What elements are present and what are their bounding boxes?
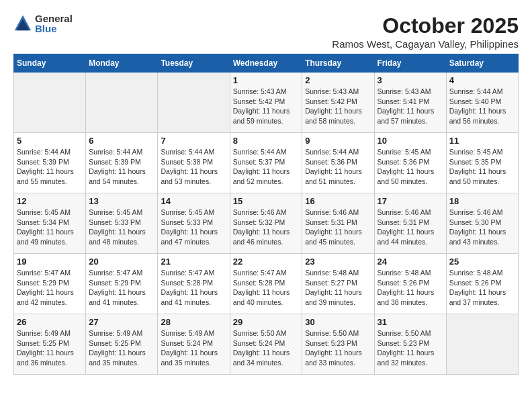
empty-cell (446, 314, 518, 375)
day-cell-18: 18Sunrise: 5:46 AM Sunset: 5:30 PM Dayli… (446, 193, 518, 254)
day-cell-8: 8Sunrise: 5:44 AM Sunset: 5:37 PM Daylig… (230, 133, 302, 193)
day-cell-4: 4Sunrise: 5:44 AM Sunset: 5:40 PM Daylig… (446, 73, 518, 133)
day-info-2: Sunrise: 5:43 AM Sunset: 5:42 PM Dayligh… (305, 87, 371, 126)
day-number-27: 27 (89, 317, 154, 327)
day-cell-25: 25Sunrise: 5:48 AM Sunset: 5:26 PM Dayli… (446, 254, 518, 314)
day-number-1: 1 (233, 75, 300, 85)
day-info-10: Sunrise: 5:45 AM Sunset: 5:36 PM Dayligh… (378, 147, 443, 187)
day-cell-17: 17Sunrise: 5:46 AM Sunset: 5:31 PM Dayli… (374, 193, 446, 254)
day-number-13: 13 (89, 196, 154, 206)
day-cell-27: 27Sunrise: 5:49 AM Sunset: 5:25 PM Dayli… (86, 314, 158, 375)
day-cell-11: 11Sunrise: 5:45 AM Sunset: 5:35 PM Dayli… (446, 133, 518, 193)
day-info-19: Sunrise: 5:47 AM Sunset: 5:29 PM Dayligh… (17, 268, 83, 308)
weekday-row: SundayMondayTuesdayWednesdayThursdayFrid… (14, 54, 519, 73)
calendar-body: 1Sunrise: 5:43 AM Sunset: 5:42 PM Daylig… (14, 73, 519, 375)
day-number-15: 15 (233, 196, 300, 206)
day-cell-23: 23Sunrise: 5:48 AM Sunset: 5:27 PM Dayli… (302, 254, 374, 314)
day-info-3: Sunrise: 5:43 AM Sunset: 5:41 PM Dayligh… (378, 87, 443, 126)
day-info-12: Sunrise: 5:45 AM Sunset: 5:34 PM Dayligh… (17, 208, 83, 247)
month-title: October 2025 (332, 13, 519, 38)
day-info-5: Sunrise: 5:44 AM Sunset: 5:39 PM Dayligh… (17, 147, 83, 187)
day-cell-2: 2Sunrise: 5:43 AM Sunset: 5:42 PM Daylig… (302, 73, 374, 133)
day-number-28: 28 (161, 317, 226, 327)
day-number-4: 4 (449, 75, 515, 85)
day-info-8: Sunrise: 5:44 AM Sunset: 5:37 PM Dayligh… (233, 147, 300, 187)
weekday-header-saturday: Saturday (446, 54, 518, 73)
day-number-5: 5 (17, 136, 83, 146)
day-number-21: 21 (161, 257, 226, 267)
day-cell-9: 9Sunrise: 5:44 AM Sunset: 5:36 PM Daylig… (302, 133, 374, 193)
day-cell-1: 1Sunrise: 5:43 AM Sunset: 5:42 PM Daylig… (230, 73, 302, 133)
day-info-25: Sunrise: 5:48 AM Sunset: 5:26 PM Dayligh… (449, 268, 515, 308)
day-number-10: 10 (378, 136, 443, 146)
day-cell-28: 28Sunrise: 5:49 AM Sunset: 5:24 PM Dayli… (158, 314, 230, 375)
day-number-8: 8 (233, 136, 300, 146)
day-info-22: Sunrise: 5:47 AM Sunset: 5:28 PM Dayligh… (233, 268, 300, 308)
day-cell-14: 14Sunrise: 5:45 AM Sunset: 5:33 PM Dayli… (158, 193, 230, 254)
day-number-12: 12 (17, 196, 83, 206)
day-info-20: Sunrise: 5:47 AM Sunset: 5:29 PM Dayligh… (89, 268, 154, 308)
header: General Blue October 2025 Ramos West, Ca… (13, 13, 519, 50)
weekday-header-tuesday: Tuesday (158, 54, 230, 73)
day-cell-16: 16Sunrise: 5:46 AM Sunset: 5:31 PM Dayli… (302, 193, 374, 254)
logo-blue-text: Blue (35, 24, 73, 34)
day-cell-5: 5Sunrise: 5:44 AM Sunset: 5:39 PM Daylig… (14, 133, 86, 193)
day-cell-24: 24Sunrise: 5:48 AM Sunset: 5:26 PM Dayli… (374, 254, 446, 314)
week-row-5: 26Sunrise: 5:49 AM Sunset: 5:25 PM Dayli… (14, 314, 519, 375)
day-number-23: 23 (305, 257, 371, 267)
week-row-4: 19Sunrise: 5:47 AM Sunset: 5:29 PM Dayli… (14, 254, 519, 314)
weekday-header-friday: Friday (374, 54, 446, 73)
day-cell-26: 26Sunrise: 5:49 AM Sunset: 5:25 PM Dayli… (14, 314, 86, 375)
day-info-26: Sunrise: 5:49 AM Sunset: 5:25 PM Dayligh… (17, 328, 83, 368)
day-cell-31: 31Sunrise: 5:50 AM Sunset: 5:23 PM Dayli… (374, 314, 446, 375)
day-number-26: 26 (17, 317, 83, 327)
day-cell-12: 12Sunrise: 5:45 AM Sunset: 5:34 PM Dayli… (14, 193, 86, 254)
day-cell-10: 10Sunrise: 5:45 AM Sunset: 5:36 PM Dayli… (374, 133, 446, 193)
day-cell-22: 22Sunrise: 5:47 AM Sunset: 5:28 PM Dayli… (230, 254, 302, 314)
weekday-header-wednesday: Wednesday (230, 54, 302, 73)
weekday-header-sunday: Sunday (14, 54, 86, 73)
week-row-2: 5Sunrise: 5:44 AM Sunset: 5:39 PM Daylig… (14, 133, 519, 193)
day-info-29: Sunrise: 5:50 AM Sunset: 5:24 PM Dayligh… (233, 328, 300, 368)
day-info-6: Sunrise: 5:44 AM Sunset: 5:39 PM Dayligh… (89, 147, 154, 187)
day-number-24: 24 (378, 257, 443, 267)
logo: General Blue (13, 13, 73, 34)
day-info-4: Sunrise: 5:44 AM Sunset: 5:40 PM Dayligh… (449, 87, 515, 126)
day-cell-7: 7Sunrise: 5:44 AM Sunset: 5:38 PM Daylig… (158, 133, 230, 193)
logo-text: General Blue (35, 13, 73, 34)
calendar-header: SundayMondayTuesdayWednesdayThursdayFrid… (14, 54, 519, 73)
empty-cell (14, 73, 86, 133)
day-number-31: 31 (378, 317, 443, 327)
day-number-3: 3 (378, 75, 443, 85)
empty-cell (86, 73, 158, 133)
day-number-2: 2 (305, 75, 371, 85)
day-info-13: Sunrise: 5:45 AM Sunset: 5:33 PM Dayligh… (89, 208, 154, 247)
day-info-27: Sunrise: 5:49 AM Sunset: 5:25 PM Dayligh… (89, 328, 154, 368)
week-row-1: 1Sunrise: 5:43 AM Sunset: 5:42 PM Daylig… (14, 73, 519, 133)
day-number-22: 22 (233, 257, 300, 267)
day-number-17: 17 (378, 196, 443, 206)
day-number-6: 6 (89, 136, 154, 146)
day-info-7: Sunrise: 5:44 AM Sunset: 5:38 PM Dayligh… (161, 147, 226, 187)
day-number-11: 11 (449, 136, 515, 146)
logo-general-text: General (35, 13, 73, 24)
day-cell-3: 3Sunrise: 5:43 AM Sunset: 5:41 PM Daylig… (374, 73, 446, 133)
day-number-14: 14 (161, 196, 226, 206)
day-cell-21: 21Sunrise: 5:47 AM Sunset: 5:28 PM Dayli… (158, 254, 230, 314)
day-info-15: Sunrise: 5:46 AM Sunset: 5:32 PM Dayligh… (233, 208, 300, 247)
day-number-9: 9 (305, 136, 371, 146)
day-number-29: 29 (233, 317, 300, 327)
day-info-28: Sunrise: 5:49 AM Sunset: 5:24 PM Dayligh… (161, 328, 226, 368)
day-cell-15: 15Sunrise: 5:46 AM Sunset: 5:32 PM Dayli… (230, 193, 302, 254)
empty-cell (158, 73, 230, 133)
week-row-3: 12Sunrise: 5:45 AM Sunset: 5:34 PM Dayli… (14, 193, 519, 254)
day-cell-13: 13Sunrise: 5:45 AM Sunset: 5:33 PM Dayli… (86, 193, 158, 254)
day-cell-30: 30Sunrise: 5:50 AM Sunset: 5:23 PM Dayli… (302, 314, 374, 375)
day-cell-20: 20Sunrise: 5:47 AM Sunset: 5:29 PM Dayli… (86, 254, 158, 314)
weekday-header-thursday: Thursday (302, 54, 374, 73)
day-info-14: Sunrise: 5:45 AM Sunset: 5:33 PM Dayligh… (161, 208, 226, 247)
location: Ramos West, Cagayan Valley, Philippines (332, 38, 519, 50)
day-info-18: Sunrise: 5:46 AM Sunset: 5:30 PM Dayligh… (449, 208, 515, 247)
weekday-header-monday: Monday (86, 54, 158, 73)
day-info-9: Sunrise: 5:44 AM Sunset: 5:36 PM Dayligh… (305, 147, 371, 187)
